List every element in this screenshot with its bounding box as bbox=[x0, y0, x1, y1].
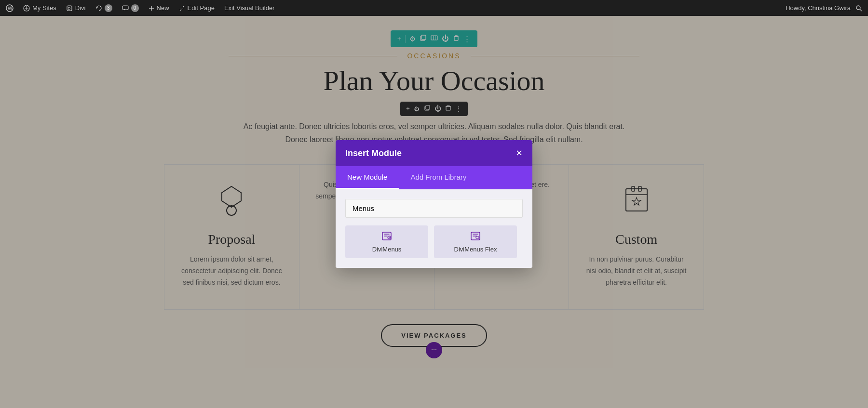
modal-title: Insert Module bbox=[345, 148, 402, 158]
divimenus-flex-icon bbox=[470, 231, 481, 244]
divimenus-icon bbox=[381, 231, 392, 244]
svg-line-11 bbox=[860, 9, 862, 11]
updates-link[interactable]: 3 bbox=[95, 4, 112, 12]
search-icon[interactable] bbox=[855, 5, 862, 12]
module-divimenus[interactable]: DiviMenus bbox=[345, 225, 428, 258]
module-search-input[interactable] bbox=[345, 199, 523, 218]
module-results: DiviMenus DiviMenus Flex bbox=[345, 225, 523, 258]
module-divimenus-flex[interactable]: DiviMenus Flex bbox=[434, 225, 517, 258]
modal-close-button[interactable]: ✕ bbox=[515, 148, 523, 158]
howdy-user[interactable]: Howdy, Christina Gwira bbox=[786, 4, 851, 12]
wp-logo[interactable]: W bbox=[6, 4, 14, 12]
divimenus-label: DiviMenus bbox=[372, 246, 402, 253]
updates-badge: 3 bbox=[105, 4, 112, 12]
admin-bar: W My Sites D Divi 3 0 New Edit Page Exit… bbox=[0, 0, 868, 16]
my-sites-link[interactable]: My Sites bbox=[23, 4, 56, 12]
svg-text:W: W bbox=[8, 6, 13, 11]
divi-link[interactable]: D Divi bbox=[66, 4, 86, 12]
tab-add-from-library[interactable]: Add From Library bbox=[399, 166, 478, 189]
exit-visual-builder-link[interactable]: Exit Visual Builder bbox=[224, 4, 275, 12]
modal-header: Insert Module ✕ bbox=[336, 140, 532, 166]
comments-link[interactable]: 0 bbox=[122, 4, 139, 12]
svg-marker-5 bbox=[96, 7, 98, 9]
svg-line-9 bbox=[182, 7, 184, 8]
svg-point-10 bbox=[856, 6, 860, 10]
comments-badge: 0 bbox=[131, 4, 139, 12]
admin-bar-right: Howdy, Christina Gwira bbox=[786, 4, 862, 12]
modal-tabs: New Module Add From Library bbox=[336, 166, 532, 189]
new-link[interactable]: New bbox=[149, 4, 169, 12]
insert-module-modal: Insert Module ✕ New Module Add From Libr… bbox=[336, 140, 532, 268]
divimenus-flex-label: DiviMenus Flex bbox=[454, 246, 497, 253]
svg-rect-32 bbox=[476, 237, 479, 238]
modal-overlay[interactable]: Insert Module ✕ New Module Add From Libr… bbox=[0, 0, 868, 408]
svg-rect-6 bbox=[122, 6, 128, 10]
tab-new-module[interactable]: New Module bbox=[336, 166, 399, 189]
modal-body: DiviMenus DiviMenus Flex bbox=[336, 189, 532, 268]
edit-page-link[interactable]: Edit Page bbox=[179, 4, 215, 12]
svg-point-30 bbox=[388, 236, 391, 239]
svg-text:D: D bbox=[68, 6, 70, 11]
